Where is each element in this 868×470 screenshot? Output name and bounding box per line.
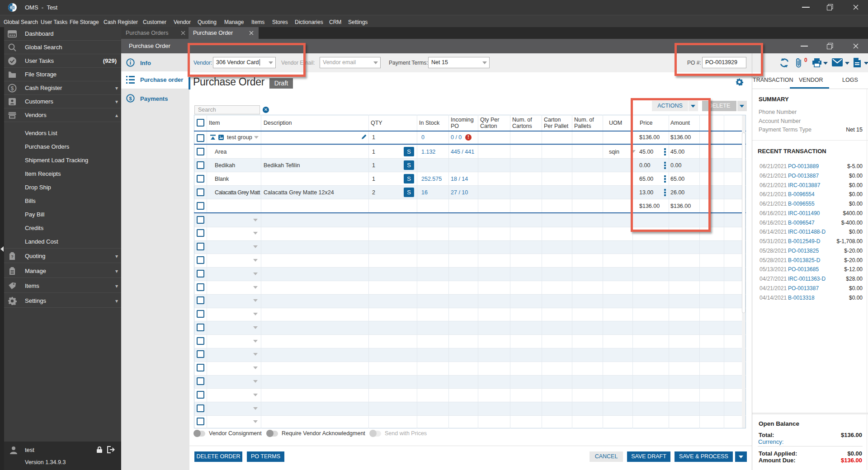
svg-text:?: ? [11,254,14,259]
svg-text:$: $ [11,85,14,92]
svg-text:$: $ [129,96,132,101]
